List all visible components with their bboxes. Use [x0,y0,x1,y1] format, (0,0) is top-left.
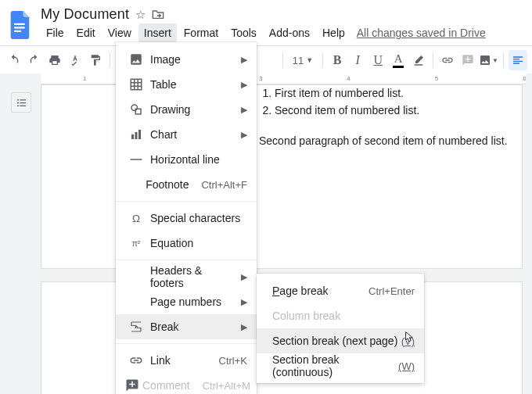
menu-view[interactable]: View [102,23,137,42]
menubar: FileEditViewInsertFormatToolsAdd-onsHelp… [38,23,486,45]
submenu-arrow-icon: ▶ [225,105,247,115]
svg-text:π²: π² [132,238,141,248]
menu-item-page-numbers[interactable]: Page numbers▶ [116,289,257,314]
outline-toggle[interactable] [11,92,31,113]
insert-link-button[interactable] [438,50,457,70]
menu-item-page-break[interactable]: Page breakCtrl+Enter [257,278,424,303]
break-icon [125,320,147,334]
paint-format-button[interactable] [86,50,105,70]
align-button[interactable] [509,50,527,70]
submenu-arrow-icon: ▶ [225,272,247,282]
menu-item-horizontal-line[interactable]: Horizontal line [116,147,257,172]
insert-image-button[interactable]: ▼ [479,50,498,70]
ruler: 123456 [41,73,526,84]
menu-item-section-break-next-page-[interactable]: Section break (next page)(V) [257,328,424,353]
break-submenu: Page breakCtrl+EnterColumn breakSection … [257,274,424,383]
page-1[interactable]: First item of numbered list. Second item… [41,84,523,269]
submenu-arrow-icon: ▶ [225,55,247,65]
add-comment-button[interactable] [458,50,477,70]
svg-rect-6 [135,132,138,139]
menu-item-chart[interactable]: Chart▶ [116,122,257,147]
svg-rect-7 [138,130,141,139]
image-icon [125,52,147,66]
svg-rect-5 [131,134,134,139]
svg-rect-2 [14,30,21,32]
italic-button[interactable]: I [348,50,367,70]
hline-icon [125,152,147,167]
omega-icon: Ω [125,211,147,225]
menu-format[interactable]: Format [178,23,224,42]
redo-button[interactable] [25,50,44,70]
mouse-cursor [404,331,417,343]
text-color-button[interactable]: A [389,50,408,70]
pi-icon: π² [125,236,147,250]
menu-item-column-break: Column break [257,303,424,328]
menu-help[interactable]: Help [317,23,350,42]
svg-text:Ω: Ω [132,213,140,224]
menu-item-comment: CommentCtrl+Alt+M [116,373,257,394]
document-title[interactable]: My Document [41,6,129,23]
print-button[interactable] [45,50,64,70]
highlight-button[interactable] [409,50,428,70]
menu-file[interactable]: File [41,23,70,42]
chart-icon [125,127,147,141]
list-item[interactable]: Second item of numbered list. [275,102,522,120]
comment-icon [125,378,139,392]
submenu-arrow-icon: ▶ [225,322,247,332]
menu-item-equation[interactable]: π²Equation [116,231,257,256]
menu-edit[interactable]: Edit [71,23,101,42]
svg-rect-8 [131,159,142,160]
menu-item-link[interactable]: LinkCtrl+K [116,348,257,373]
menu-item-drawing[interactable]: Drawing▶ [116,97,257,122]
bold-button[interactable]: B [328,50,347,70]
menu-item-special-characters[interactable]: ΩSpecial characters [116,206,257,231]
drawing-icon [125,102,147,116]
svg-rect-1 [14,27,25,28]
menu-item-footnote[interactable]: FootnoteCtrl+Alt+F [116,172,257,197]
svg-rect-0 [14,23,25,25]
menu-item-image[interactable]: Image▶ [116,47,257,72]
font-size-select[interactable]: 11▼ [288,50,318,70]
menu-add-ons[interactable]: Add-ons [264,23,315,42]
list-item[interactable]: First item of numbered list. [275,85,522,102]
submenu-arrow-icon: ▶ [225,297,247,307]
paragraph[interactable]: Second paragraph of second item of numbe… [259,133,522,150]
menu-item-break[interactable]: Break▶ [116,314,257,339]
save-status[interactable]: All changes saved in Drive [357,23,486,42]
svg-point-3 [131,105,138,111]
insert-menu: Image▶Table▶Drawing▶Chart▶Horizontal lin… [116,42,257,394]
move-icon[interactable] [152,9,164,21]
spellcheck-button[interactable] [66,50,84,70]
menu-item-section-break-continuous-[interactable]: Section break (continuous)(W) [257,353,424,378]
toolbar: 11▼ B I U A ▼ [0,45,532,75]
table-icon [125,77,147,91]
underline-button[interactable]: U [368,50,387,70]
undo-button[interactable] [5,50,23,70]
menu-tools[interactable]: Tools [225,23,262,42]
star-icon[interactable]: ☆ [135,9,146,21]
link-icon [125,353,147,367]
menu-item-table[interactable]: Table▶ [116,72,257,97]
docs-logo[interactable] [6,11,34,39]
menu-item-headers-footers[interactable]: Headers & footers▶ [116,264,257,289]
submenu-arrow-icon: ▶ [225,80,247,90]
menu-insert[interactable]: Insert [138,23,177,42]
submenu-arrow-icon: ▶ [225,130,247,140]
